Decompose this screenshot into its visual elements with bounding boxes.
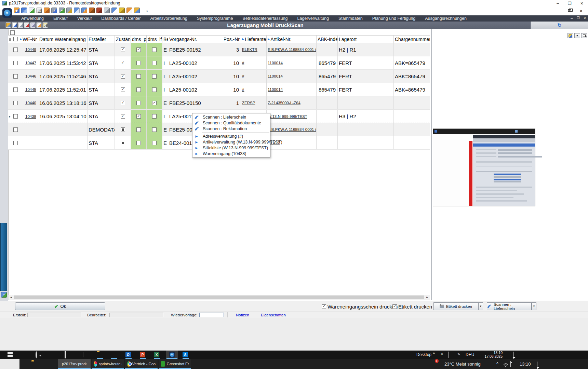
restore-icon[interactable] bbox=[568, 9, 571, 12]
taskbar-widget-box[interactable] bbox=[0, 359, 19, 369]
header-dms-pi[interactable]: dms_pi bbox=[131, 36, 147, 43]
ok-button[interactable]: ✔ Ok bbox=[15, 302, 105, 310]
artikel-link[interactable]: Z-21435000-L-Z64 bbox=[268, 101, 300, 105]
table-row[interactable]: 10446 17.06.2025 11:52:46 STA I LA25-001… bbox=[8, 70, 430, 83]
zustand-checkbox[interactable] bbox=[121, 114, 125, 119]
refresh-button[interactable]: ↻ bbox=[531, 22, 588, 29]
list-icon[interactable]: ≡ bbox=[21, 8, 27, 13]
header-ersteller[interactable]: Ersteller bbox=[88, 36, 115, 43]
favorites-icon[interactable]: ◆ bbox=[14, 8, 19, 13]
desktop-toolbar-label[interactable]: Desktop bbox=[416, 352, 431, 357]
artikel-link[interactable]: 1100014 bbox=[268, 61, 283, 65]
table-row[interactable]: 10445 17.06.2025 11:52:01 STA I LA25-001… bbox=[8, 83, 430, 96]
dms-lfs-checkbox[interactable] bbox=[152, 87, 157, 92]
menu-item[interactable]: Anwendung bbox=[16, 15, 49, 22]
table-row[interactable]: 10449 17.06.2025 12:25:47 STA E FBE25-00… bbox=[8, 43, 430, 56]
contact-add-icon[interactable]: + bbox=[59, 8, 65, 13]
artikel-link[interactable]: W.13.N-999.999/TEST bbox=[268, 114, 307, 119]
close-icon[interactable]: × bbox=[580, 0, 583, 6]
print-receipt-checkbox[interactable] bbox=[322, 304, 326, 309]
context-menu-item[interactable]: Scannen : Qualitätsdokumente bbox=[192, 120, 270, 126]
artikel-link[interactable]: 1100014 bbox=[268, 87, 283, 92]
lieferant-link[interactable]: # bbox=[242, 74, 244, 78]
wiedervorlage-input[interactable] bbox=[199, 313, 224, 317]
menu-item[interactable]: Betriebsdatenerfassung bbox=[238, 15, 292, 22]
cloud-hand-icon[interactable] bbox=[126, 8, 132, 13]
dms-pi-checkbox[interactable] bbox=[136, 114, 141, 119]
menu-item[interactable]: Systemprogramme bbox=[192, 15, 238, 22]
we-nr-link[interactable]: 10438 bbox=[25, 114, 36, 119]
lieferant-link[interactable]: # bbox=[242, 87, 244, 92]
eigenschaften-link[interactable]: Eigenschaften bbox=[261, 313, 286, 317]
context-menu-item[interactable]: ▶ Adressverwaltung (#) bbox=[192, 133, 270, 139]
contacts-help-icon[interactable]: ? bbox=[51, 8, 57, 13]
weather-icon[interactable]: 1 bbox=[436, 360, 442, 366]
window-grid-icon[interactable] bbox=[74, 8, 80, 13]
header-vorgangs-nr[interactable]: Vorgangs-Nr. bbox=[168, 36, 224, 43]
we-nr-link[interactable]: 10449 bbox=[25, 47, 36, 52]
dark-app-icon[interactable] bbox=[40, 361, 46, 367]
print-label-checkbox[interactable] bbox=[392, 304, 397, 309]
row-checkbox[interactable] bbox=[13, 87, 18, 92]
restore-icon[interactable]: ❐ bbox=[577, 16, 579, 20]
task-button[interactable]: p2017srv.prodat-sql.d... bbox=[58, 359, 91, 369]
start-icon[interactable] bbox=[8, 352, 13, 357]
window-table-icon[interactable] bbox=[111, 8, 117, 13]
dms-pi-checkbox[interactable] bbox=[136, 101, 141, 105]
contact-edit-icon[interactable] bbox=[66, 8, 72, 13]
row-checkbox[interactable] bbox=[13, 141, 18, 145]
context-menu-item[interactable]: Scannen : Lieferschein bbox=[192, 114, 270, 120]
powerpoint-icon[interactable]: P bbox=[140, 352, 145, 357]
document-preview-thumbnail[interactable] bbox=[433, 128, 535, 206]
header-lieferant[interactable]: ▶Lieferante bbox=[241, 36, 267, 43]
parts-box-red-icon[interactable] bbox=[96, 8, 102, 13]
storage-icon[interactable] bbox=[104, 8, 110, 13]
new-window-icon[interactable]: + bbox=[1, 292, 7, 298]
we-nr-link[interactable]: 10446 bbox=[25, 74, 36, 78]
we-nr-link[interactable]: 10447 bbox=[25, 61, 36, 65]
print-label-button[interactable]: Etikett drucken bbox=[433, 302, 478, 310]
zustand-checkbox[interactable] bbox=[121, 61, 125, 65]
zustand-checkbox[interactable] bbox=[121, 127, 125, 132]
task-view-icon[interactable] bbox=[65, 352, 70, 357]
handshake-icon[interactable] bbox=[44, 8, 50, 13]
header-zustand[interactable]: Zuständ bbox=[115, 36, 131, 43]
docked-panel-tab[interactable] bbox=[0, 223, 7, 291]
menu-item[interactable]: Einkauf bbox=[49, 15, 72, 22]
weather-text[interactable]: 23°C Meist sonnig bbox=[444, 361, 481, 367]
menu-item[interactable]: Dashboards / Center bbox=[96, 15, 145, 22]
local-clock[interactable]: 13:10 bbox=[520, 361, 531, 367]
context-menu-item[interactable]: ▶ Wareneingang (10438) bbox=[192, 151, 270, 156]
window-help-icon[interactable]: ? bbox=[81, 8, 87, 13]
menu-item[interactable]: Arbeitsvorbereitung bbox=[145, 15, 192, 22]
language-indicator[interactable]: DEU bbox=[466, 352, 474, 357]
select-all-checkbox[interactable] bbox=[10, 30, 15, 35]
zustand-checkbox[interactable] bbox=[121, 101, 125, 105]
image-folder-icon[interactable] bbox=[567, 33, 573, 38]
scroll-right-icon[interactable]: ► bbox=[425, 295, 430, 300]
context-menu-item[interactable]: Scannen : Reklamation bbox=[192, 126, 270, 132]
address-book-icon[interactable] bbox=[119, 8, 125, 13]
minimize-icon[interactable]: – bbox=[571, 16, 573, 20]
dms-lfs-checkbox[interactable] bbox=[152, 61, 157, 65]
row-checkbox[interactable] bbox=[13, 114, 18, 119]
outlook-icon[interactable]: O bbox=[125, 352, 131, 357]
dms-lfs-checkbox[interactable] bbox=[152, 141, 157, 145]
row-checkbox[interactable] bbox=[13, 127, 18, 132]
remote-clock[interactable]: 13:10 17.06.2025 bbox=[484, 351, 503, 358]
minimize-icon[interactable]: – bbox=[557, 8, 559, 14]
header-pos-nr[interactable]: Pos.-Nr bbox=[224, 36, 241, 43]
dms-pi-checkbox[interactable] bbox=[136, 47, 141, 52]
firefox-icon[interactable] bbox=[49, 361, 54, 367]
lieferant-link[interactable]: ZERSP bbox=[242, 101, 255, 105]
table-row[interactable]: 10447 17.06.2025 11:53:42 STA I LA25-001… bbox=[8, 56, 430, 70]
action-center-icon[interactable] bbox=[513, 352, 518, 357]
file-explorer-icon[interactable] bbox=[31, 361, 37, 367]
header-dms-lfs[interactable]: dms_lfs bbox=[147, 36, 162, 43]
horizontal-scrollbar[interactable]: ◄ ► bbox=[8, 295, 430, 300]
toolbar-overflow-icon[interactable]: ▾ bbox=[146, 10, 148, 13]
action-center-icon[interactable] bbox=[537, 362, 542, 367]
dms-lfs-checkbox[interactable] bbox=[152, 127, 157, 132]
tray-chevron-icon[interactable]: ^ bbox=[441, 353, 446, 358]
wifi-icon[interactable] bbox=[503, 362, 509, 368]
